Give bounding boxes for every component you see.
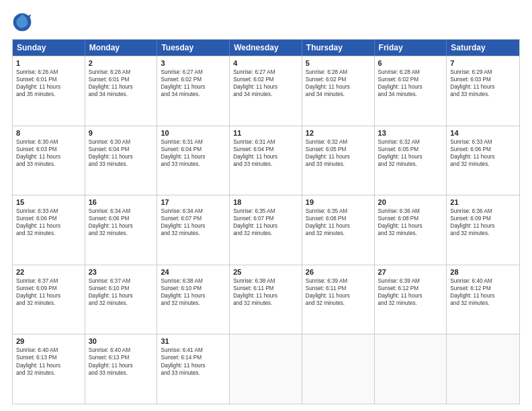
day-number: 9 [89,129,154,137]
header [12,12,520,32]
day-number: 27 [378,268,443,276]
calendar-cell: 13Sunrise: 6:32 AM Sunset: 6:05 PM Dayli… [375,126,447,195]
calendar-cell: 5Sunrise: 6:28 AM Sunset: 6:02 PM Daylig… [302,56,375,126]
cell-content: Sunrise: 6:28 AM Sunset: 6:02 PM Dayligh… [306,68,371,98]
calendar-header-cell: Tuesday [157,40,230,56]
day-number: 26 [306,268,371,276]
calendar-cell: 27Sunrise: 6:39 AM Sunset: 6:12 PM Dayli… [375,265,447,334]
cell-content: Sunrise: 6:27 AM Sunset: 6:02 PM Dayligh… [233,68,298,98]
logo [12,12,35,32]
cell-content: Sunrise: 6:26 AM Sunset: 6:01 PM Dayligh… [16,68,81,98]
calendar-cell: 2Sunrise: 6:26 AM Sunset: 6:01 PM Daylig… [85,56,158,126]
calendar-cell: 14Sunrise: 6:33 AM Sunset: 6:06 PM Dayli… [447,126,519,195]
day-number: 29 [16,337,81,345]
logo-icon [12,12,32,32]
calendar-header-cell: Thursday [302,40,375,56]
calendar-cell: 24Sunrise: 6:38 AM Sunset: 6:10 PM Dayli… [157,265,230,334]
calendar-row: 15Sunrise: 6:33 AM Sunset: 6:06 PM Dayli… [13,195,519,265]
calendar-cell: 9Sunrise: 6:30 AM Sunset: 6:04 PM Daylig… [85,126,158,195]
calendar-cell: 6Sunrise: 6:28 AM Sunset: 6:02 PM Daylig… [375,56,447,126]
cell-content: Sunrise: 6:30 AM Sunset: 6:04 PM Dayligh… [89,138,154,168]
cell-content: Sunrise: 6:39 AM Sunset: 6:11 PM Dayligh… [306,277,371,307]
calendar-cell: 23Sunrise: 6:37 AM Sunset: 6:10 PM Dayli… [85,265,158,334]
calendar-cell [230,334,302,404]
day-number: 22 [16,268,81,276]
cell-content: Sunrise: 6:36 AM Sunset: 6:09 PM Dayligh… [450,208,516,237]
calendar-cell: 29Sunrise: 6:40 AM Sunset: 6:13 PM Dayli… [13,334,85,404]
day-number: 30 [89,337,154,345]
calendar-cell: 12Sunrise: 6:32 AM Sunset: 6:05 PM Dayli… [302,126,375,195]
day-number: 19 [306,198,371,206]
cell-content: Sunrise: 6:37 AM Sunset: 6:10 PM Dayligh… [89,277,154,307]
day-number: 6 [378,59,443,67]
calendar-cell [302,334,375,404]
calendar-cell: 31Sunrise: 6:41 AM Sunset: 6:14 PM Dayli… [157,334,230,404]
calendar-row: 8Sunrise: 6:30 AM Sunset: 6:03 PM Daylig… [13,126,519,195]
day-number: 15 [16,198,81,206]
cell-content: Sunrise: 6:34 AM Sunset: 6:06 PM Dayligh… [89,208,154,237]
calendar-cell: 4Sunrise: 6:27 AM Sunset: 6:02 PM Daylig… [230,56,302,126]
calendar-header-cell: Sunday [13,40,85,56]
calendar-row: 1Sunrise: 6:26 AM Sunset: 6:01 PM Daylig… [13,56,519,126]
day-number: 11 [233,129,298,137]
cell-content: Sunrise: 6:26 AM Sunset: 6:01 PM Dayligh… [89,68,154,98]
cell-content: Sunrise: 6:36 AM Sunset: 6:08 PM Dayligh… [378,208,443,237]
day-number: 23 [89,268,154,276]
cell-content: Sunrise: 6:28 AM Sunset: 6:02 PM Dayligh… [378,68,443,98]
calendar-cell: 7Sunrise: 6:29 AM Sunset: 6:03 PM Daylig… [447,56,519,126]
calendar-cell: 11Sunrise: 6:31 AM Sunset: 6:04 PM Dayli… [230,126,302,195]
calendar-header-cell: Friday [375,40,447,56]
cell-content: Sunrise: 6:38 AM Sunset: 6:11 PM Dayligh… [233,277,298,307]
calendar-cell: 22Sunrise: 6:37 AM Sunset: 6:09 PM Dayli… [13,265,85,334]
day-number: 21 [450,198,516,206]
cell-content: Sunrise: 6:35 AM Sunset: 6:07 PM Dayligh… [233,208,298,237]
day-number: 18 [233,198,298,206]
cell-content: Sunrise: 6:32 AM Sunset: 6:05 PM Dayligh… [306,138,371,168]
day-number: 1 [16,59,81,67]
calendar-cell: 25Sunrise: 6:38 AM Sunset: 6:11 PM Dayli… [230,265,302,334]
day-number: 10 [161,129,226,137]
calendar-cell: 15Sunrise: 6:33 AM Sunset: 6:06 PM Dayli… [13,195,85,265]
cell-content: Sunrise: 6:40 AM Sunset: 6:13 PM Dayligh… [89,347,154,376]
day-number: 25 [233,268,298,276]
calendar-body: 1Sunrise: 6:26 AM Sunset: 6:01 PM Daylig… [13,56,519,404]
day-number: 20 [378,198,443,206]
calendar-cell: 8Sunrise: 6:30 AM Sunset: 6:03 PM Daylig… [13,126,85,195]
cell-content: Sunrise: 6:34 AM Sunset: 6:07 PM Dayligh… [161,208,226,237]
day-number: 17 [161,198,226,206]
cell-content: Sunrise: 6:41 AM Sunset: 6:14 PM Dayligh… [161,347,226,376]
cell-content: Sunrise: 6:27 AM Sunset: 6:02 PM Dayligh… [161,68,226,98]
day-number: 31 [161,337,226,345]
cell-content: Sunrise: 6:32 AM Sunset: 6:05 PM Dayligh… [378,138,443,168]
calendar-cell: 28Sunrise: 6:40 AM Sunset: 6:12 PM Dayli… [447,265,519,334]
day-number: 16 [89,198,154,206]
cell-content: Sunrise: 6:35 AM Sunset: 6:08 PM Dayligh… [306,208,371,237]
day-number: 7 [450,59,516,67]
calendar-cell: 17Sunrise: 6:34 AM Sunset: 6:07 PM Dayli… [157,195,230,265]
calendar-header-cell: Saturday [447,40,519,56]
day-number: 28 [450,268,516,276]
calendar-cell: 26Sunrise: 6:39 AM Sunset: 6:11 PM Dayli… [302,265,375,334]
day-number: 14 [450,129,516,137]
cell-content: Sunrise: 6:31 AM Sunset: 6:04 PM Dayligh… [161,138,226,168]
calendar-cell: 3Sunrise: 6:27 AM Sunset: 6:02 PM Daylig… [157,56,230,126]
day-number: 12 [306,129,371,137]
calendar-cell: 21Sunrise: 6:36 AM Sunset: 6:09 PM Dayli… [447,195,519,265]
day-number: 24 [161,268,226,276]
calendar-page: SundayMondayTuesdayWednesdayThursdayFrid… [0,0,532,411]
calendar-cell: 19Sunrise: 6:35 AM Sunset: 6:08 PM Dayli… [302,195,375,265]
calendar-header-cell: Wednesday [230,40,302,56]
calendar-cell: 10Sunrise: 6:31 AM Sunset: 6:04 PM Dayli… [157,126,230,195]
cell-content: Sunrise: 6:38 AM Sunset: 6:10 PM Dayligh… [161,277,226,307]
day-number: 5 [306,59,371,67]
calendar: SundayMondayTuesdayWednesdayThursdayFrid… [12,39,520,404]
calendar-cell [375,334,447,404]
calendar-cell: 18Sunrise: 6:35 AM Sunset: 6:07 PM Dayli… [230,195,302,265]
cell-content: Sunrise: 6:29 AM Sunset: 6:03 PM Dayligh… [450,68,516,98]
calendar-row: 29Sunrise: 6:40 AM Sunset: 6:13 PM Dayli… [13,334,519,404]
calendar-cell: 30Sunrise: 6:40 AM Sunset: 6:13 PM Dayli… [85,334,158,404]
calendar-row: 22Sunrise: 6:37 AM Sunset: 6:09 PM Dayli… [13,265,519,334]
cell-content: Sunrise: 6:33 AM Sunset: 6:06 PM Dayligh… [450,138,516,168]
calendar-cell: 20Sunrise: 6:36 AM Sunset: 6:08 PM Dayli… [375,195,447,265]
calendar-cell: 1Sunrise: 6:26 AM Sunset: 6:01 PM Daylig… [13,56,85,126]
